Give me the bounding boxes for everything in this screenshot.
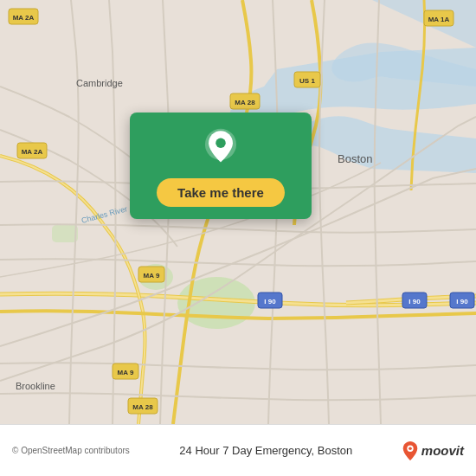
- svg-text:US 1: US 1: [299, 77, 315, 85]
- svg-text:Cambridge: Cambridge: [76, 78, 123, 88]
- take-me-there-button[interactable]: Take me there: [157, 178, 285, 207]
- svg-point-32: [215, 138, 226, 149]
- svg-text:I 90: I 90: [456, 298, 468, 306]
- svg-text:MA 9: MA 9: [118, 369, 134, 376]
- svg-text:MA 28: MA 28: [235, 99, 255, 106]
- svg-text:MA 28: MA 28: [132, 403, 153, 411]
- svg-text:MA 1A: MA 1A: [428, 16, 450, 23]
- svg-point-34: [408, 447, 412, 450]
- svg-text:I 90: I 90: [408, 298, 421, 306]
- location-pin-icon: [201, 128, 241, 168]
- location-title: 24 Hour 7 Day Emergency, Boston: [130, 444, 402, 457]
- svg-text:MA 2A: MA 2A: [22, 148, 43, 156]
- svg-rect-3: [52, 225, 78, 242]
- svg-text:MA 2A: MA 2A: [13, 14, 35, 22]
- svg-text:Brookline: Brookline: [16, 381, 55, 391]
- moovit-pin-icon: [402, 441, 418, 460]
- bottom-bar: © OpenStreetMap contributors 24 Hour 7 D…: [0, 424, 476, 476]
- svg-text:Boston: Boston: [338, 152, 372, 165]
- location-card: Take me there: [130, 113, 312, 219]
- map-container: Cambridge Boston Brookline Charles River…: [0, 0, 476, 476]
- svg-text:I 90: I 90: [264, 298, 276, 306]
- moovit-logo: moovit: [402, 441, 464, 460]
- svg-text:MA 9: MA 9: [144, 272, 160, 280]
- moovit-brand-text: moovit: [421, 443, 464, 458]
- map-attribution: © OpenStreetMap contributors: [12, 446, 130, 455]
